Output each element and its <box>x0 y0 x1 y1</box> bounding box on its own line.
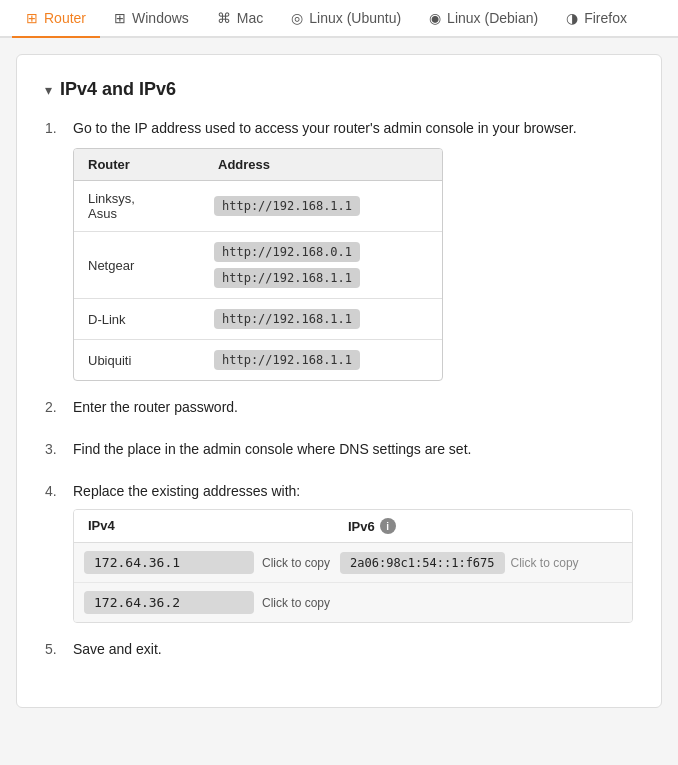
step-5-text: Save and exit. <box>73 641 633 657</box>
step-1: 1. Go to the IP address used to access y… <box>45 120 633 381</box>
step-4-number: 4. <box>45 483 65 499</box>
tab-router[interactable]: ⊞ Router <box>12 0 100 38</box>
address-col-header: Address <box>204 149 442 180</box>
step-2-text: Enter the router password. <box>73 399 633 415</box>
dns-table-header: IPv4 IPv6 i <box>74 510 632 542</box>
address-badge[interactable]: http://192.168.1.1 <box>214 309 360 329</box>
table-row: D-Link http://192.168.1.1 <box>74 299 442 340</box>
step-5: 5. Save and exit. <box>45 641 633 665</box>
ipv4-col-header: IPv4 <box>88 518 348 534</box>
tab-windows-label: Windows <box>132 10 189 26</box>
table-row: Ubiquiti http://192.168.1.1 <box>74 340 442 380</box>
address-badge[interactable]: http://192.168.1.1 <box>214 350 360 370</box>
dns-row-2: 172.64.36.2 Click to copy <box>74 583 632 622</box>
tab-mac-label: Mac <box>237 10 263 26</box>
address-badge[interactable]: http://192.168.1.1 <box>214 268 360 288</box>
collapse-icon[interactable]: ▾ <box>45 82 52 98</box>
section-title: IPv4 and IPv6 <box>60 79 176 100</box>
dns-table: IPv4 IPv6 i 172.64.36.1 Click to copy <box>73 509 633 623</box>
router-name-ubiquiti: Ubiquiti <box>74 343 204 378</box>
firefox-icon: ◑ <box>566 10 578 26</box>
router-address-netgear: http://192.168.0.1 http://192.168.1.1 <box>204 232 442 298</box>
copy-ipv4-2-button[interactable]: Click to copy <box>262 596 330 610</box>
step-3-number: 3. <box>45 441 65 457</box>
ipv4-value-2: 172.64.36.2 <box>84 591 254 614</box>
dns-row-1: 172.64.36.1 Click to copy 2a06:98c1:54::… <box>74 543 632 583</box>
content-area: ▾ IPv4 and IPv6 1. Go to the IP address … <box>0 38 678 724</box>
table-row: Linksys,Asus http://192.168.1.1 <box>74 181 442 232</box>
router-table-header: Router Address <box>74 149 442 181</box>
ipv6-value-1: 2a06:98c1:54::1:f675 <box>340 552 505 574</box>
step-4-content: Replace the existing addresses with: IPv… <box>73 483 633 623</box>
tab-router-label: Router <box>44 10 86 26</box>
step-3: 3. Find the place in the admin console w… <box>45 441 633 465</box>
step-3-text: Find the place in the admin console wher… <box>73 441 633 457</box>
copy-ipv6-1-button[interactable]: Click to copy <box>511 556 579 570</box>
section-header: ▾ IPv4 and IPv6 <box>45 79 633 100</box>
step-4: 4. Replace the existing addresses with: … <box>45 483 633 623</box>
tab-firefox-label: Firefox <box>584 10 627 26</box>
tab-linux-ubuntu-label: Linux (Ubuntu) <box>309 10 401 26</box>
router-name-linksys: Linksys,Asus <box>74 181 204 231</box>
tab-firefox[interactable]: ◑ Firefox <box>552 0 641 38</box>
step-1-number: 1. <box>45 120 65 136</box>
step-2-number: 2. <box>45 399 65 415</box>
info-icon[interactable]: i <box>380 518 396 534</box>
tab-linux-ubuntu[interactable]: ◎ Linux (Ubuntu) <box>277 0 415 38</box>
router-col-header: Router <box>74 149 204 180</box>
step-5-content: Save and exit. <box>73 641 633 665</box>
table-row: Netgear http://192.168.0.1 http://192.16… <box>74 232 442 299</box>
dns-table-body: 172.64.36.1 Click to copy 2a06:98c1:54::… <box>74 542 632 622</box>
step-1-content: Go to the IP address used to access your… <box>73 120 633 381</box>
step-3-content: Find the place in the admin console wher… <box>73 441 633 465</box>
windows-icon: ⊞ <box>114 10 126 26</box>
router-icon: ⊞ <box>26 10 38 26</box>
linux-debian-icon: ◉ <box>429 10 441 26</box>
tab-windows[interactable]: ⊞ Windows <box>100 0 203 38</box>
linux-ubuntu-icon: ◎ <box>291 10 303 26</box>
router-table: Router Address Linksys,Asus http://192.1… <box>73 148 443 381</box>
ipv4-value-1: 172.64.36.1 <box>84 551 254 574</box>
main-card: ▾ IPv4 and IPv6 1. Go to the IP address … <box>16 54 662 708</box>
router-address-linksys: http://192.168.1.1 <box>204 186 442 226</box>
router-name-dlink: D-Link <box>74 302 204 337</box>
step-2: 2. Enter the router password. <box>45 399 633 423</box>
step-5-number: 5. <box>45 641 65 657</box>
tab-linux-debian-label: Linux (Debian) <box>447 10 538 26</box>
copy-ipv4-1-button[interactable]: Click to copy <box>262 556 330 570</box>
tab-mac[interactable]: ⌘ Mac <box>203 0 277 38</box>
tab-linux-debian[interactable]: ◉ Linux (Debian) <box>415 0 552 38</box>
tab-bar: ⊞ Router ⊞ Windows ⌘ Mac ◎ Linux (Ubuntu… <box>0 0 678 38</box>
step-4-text: Replace the existing addresses with: <box>73 483 633 499</box>
address-badge[interactable]: http://192.168.1.1 <box>214 196 360 216</box>
mac-icon: ⌘ <box>217 10 231 26</box>
router-name-netgear: Netgear <box>74 248 204 283</box>
ipv6-col-header: IPv6 i <box>348 518 618 534</box>
address-badge[interactable]: http://192.168.0.1 <box>214 242 360 262</box>
steps-list: 1. Go to the IP address used to access y… <box>45 120 633 665</box>
router-address-dlink: http://192.168.1.1 <box>204 299 442 339</box>
router-address-ubiquiti: http://192.168.1.1 <box>204 340 442 380</box>
step-1-text: Go to the IP address used to access your… <box>73 120 633 136</box>
step-2-content: Enter the router password. <box>73 399 633 423</box>
